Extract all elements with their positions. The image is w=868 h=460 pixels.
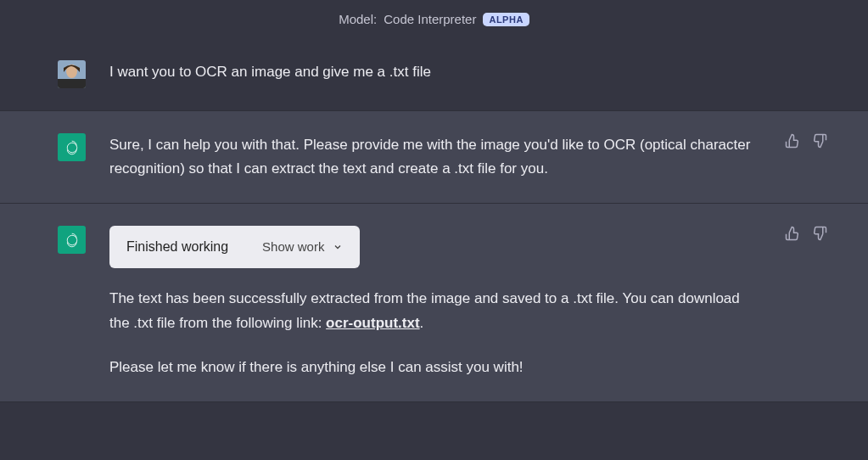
user-message-text: I want you to OCR an image and give me a…	[109, 60, 844, 88]
message-row-assistant-2: Finished working Show work The text has …	[0, 204, 868, 402]
feedback-buttons	[785, 226, 827, 241]
message-row-user: I want you to OCR an image and give me a…	[0, 38, 868, 111]
model-header: Model: Code Interpreter ALPHA	[0, 0, 868, 38]
show-work-toggle[interactable]: Show work	[262, 237, 343, 258]
show-work-label: Show work	[262, 237, 324, 258]
user-avatar	[58, 60, 86, 88]
work-status-label: Finished working	[126, 236, 228, 258]
model-name-label: Code Interpreter	[384, 12, 476, 26]
thumbs-down-icon	[812, 226, 827, 241]
thumbs-up-icon	[785, 133, 800, 149]
assistant-paragraph-2: Please let me know if there is anything …	[109, 356, 759, 379]
assistant-avatar	[58, 133, 86, 161]
text-part: The text has been successfully extracted…	[109, 290, 740, 330]
thumbs-down-icon	[812, 133, 827, 149]
download-file-link[interactable]: ocr-output.txt	[326, 315, 419, 331]
thumbs-down-button[interactable]	[812, 133, 827, 149]
thumbs-up-button[interactable]	[785, 226, 800, 241]
thumbs-up-icon	[785, 226, 800, 241]
assistant-message-content: Finished working Show work The text has …	[109, 226, 844, 379]
assistant-paragraph-1: The text has been successfully extracted…	[109, 287, 759, 334]
model-prefix-label: Model:	[339, 12, 377, 26]
thumbs-up-button[interactable]	[785, 133, 800, 149]
alpha-badge: ALPHA	[483, 13, 529, 26]
openai-logo-icon	[63, 231, 81, 250]
assistant-avatar	[58, 226, 86, 254]
svg-rect-1	[58, 79, 86, 88]
chevron-down-icon	[333, 242, 343, 252]
message-row-assistant-1: Sure, I can help you with that. Please p…	[0, 111, 868, 204]
openai-logo-icon	[63, 138, 81, 157]
code-work-status-pill: Finished working Show work	[109, 226, 360, 268]
thumbs-down-button[interactable]	[812, 226, 827, 241]
assistant-message-text: Sure, I can help you with that. Please p…	[109, 133, 844, 181]
feedback-buttons	[785, 133, 827, 149]
text-part: .	[420, 315, 424, 331]
